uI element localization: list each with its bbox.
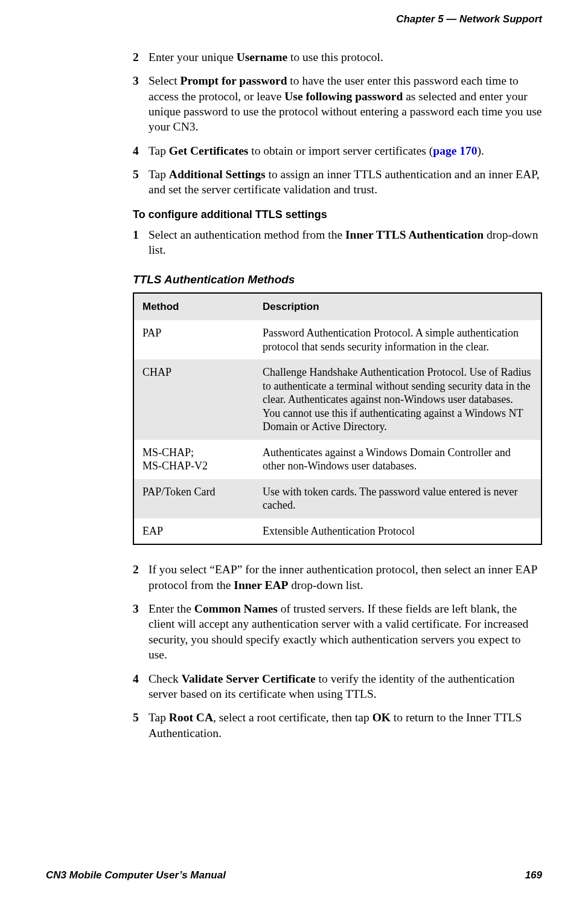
col-header-description: Description xyxy=(254,293,542,320)
step-item: 4Tap Get Certificates to obtain or impor… xyxy=(133,143,542,158)
page-content: 2Enter your unique Username to use this … xyxy=(0,25,588,741)
step-number: 2 xyxy=(133,562,149,593)
table-row: MS-CHAP; MS-CHAP-V2Authenticates against… xyxy=(133,440,542,479)
cell-description: Use with token cards. The password value… xyxy=(254,479,542,518)
cell-description: Password Authentication Protocol. A simp… xyxy=(254,320,542,359)
step-item: 2Enter your unique Username to use this … xyxy=(133,50,542,65)
chapter-label: Chapter 5 — Network Support xyxy=(396,13,542,25)
table-row: CHAPChallenge Handshake Authentication P… xyxy=(133,359,542,440)
step-number: 5 xyxy=(133,710,149,741)
step-number: 4 xyxy=(133,671,149,702)
step-number: 2 xyxy=(133,50,149,65)
step-item: 5Tap Root CA, select a root certificate,… xyxy=(133,710,542,741)
col-header-method: Method xyxy=(133,293,254,320)
step-text: Select Prompt for password to have the u… xyxy=(149,73,542,134)
step-text: Select an authentication method from the… xyxy=(149,227,542,258)
steps-group-c: 2If you select “EAP” for the inner authe… xyxy=(133,562,542,740)
step-item: 3Select Prompt for password to have the … xyxy=(133,73,542,134)
table-row: EAPExtensible Authentication Protocol xyxy=(133,518,542,545)
sub-heading-configure: To configure additional TTLS settings xyxy=(133,208,542,221)
cell-description: Challenge Handshake Authentication Proto… xyxy=(254,359,542,440)
step-item: 5Tap Additional Settings to assign an in… xyxy=(133,167,542,198)
table-body: PAPPassword Authentication Protocol. A s… xyxy=(133,320,542,544)
table-row: PAP/Token CardUse with token cards. The … xyxy=(133,479,542,518)
cell-description: Authenticates against a Windows Domain C… xyxy=(254,440,542,479)
footer-page-number: 169 xyxy=(525,869,542,881)
cell-method: PAP/Token Card xyxy=(133,479,254,518)
step-text: Tap Get Certificates to obtain or import… xyxy=(149,143,542,158)
table-caption: TTLS Authentication Methods xyxy=(133,273,542,286)
step-text: Enter the Common Names of trusted server… xyxy=(149,601,542,662)
ttls-methods-table: Method Description PAPPassword Authentic… xyxy=(133,292,542,545)
step-item: 4Check Validate Server Certificate to ve… xyxy=(133,671,542,702)
table-row: PAPPassword Authentication Protocol. A s… xyxy=(133,320,542,359)
step-text: Tap Additional Settings to assign an inn… xyxy=(149,167,542,198)
step-number: 3 xyxy=(133,601,149,662)
page-header: Chapter 5 — Network Support xyxy=(0,0,588,25)
step-number: 5 xyxy=(133,167,149,198)
cell-method: PAP xyxy=(133,320,254,359)
step-text: Tap Root CA, select a root certificate, … xyxy=(149,710,542,741)
steps-group-b: 1Select an authentication method from th… xyxy=(133,227,542,258)
step-item: 1Select an authentication method from th… xyxy=(133,227,542,258)
step-item: 3Enter the Common Names of trusted serve… xyxy=(133,601,542,662)
step-number: 4 xyxy=(133,143,149,158)
step-text: Check Validate Server Certificate to ver… xyxy=(149,671,542,702)
steps-group-a: 2Enter your unique Username to use this … xyxy=(133,50,542,198)
page-footer: CN3 Mobile Computer User’s Manual 169 xyxy=(0,869,588,881)
step-item: 2If you select “EAP” for the inner authe… xyxy=(133,562,542,593)
cell-description: Extensible Authentication Protocol xyxy=(254,518,542,545)
cell-method: CHAP xyxy=(133,359,254,440)
cell-method: MS-CHAP; MS-CHAP-V2 xyxy=(133,440,254,479)
step-text: If you select “EAP” for the inner authen… xyxy=(149,562,542,593)
step-text: Enter your unique Username to use this p… xyxy=(149,50,542,65)
cell-method: EAP xyxy=(133,518,254,545)
step-number: 3 xyxy=(133,73,149,134)
step-number: 1 xyxy=(133,227,149,258)
footer-manual-title: CN3 Mobile Computer User’s Manual xyxy=(46,869,226,881)
